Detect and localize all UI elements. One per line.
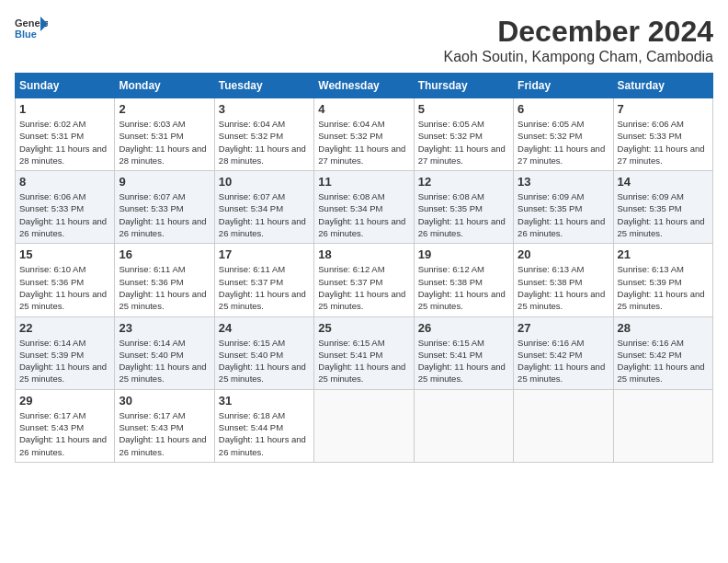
calendar-week-row: 22Sunrise: 6:14 AMSunset: 5:39 PMDayligh… <box>16 316 713 389</box>
weekday-header-wednesday: Wednesday <box>314 74 414 98</box>
day-info: Sunrise: 6:07 AMSunset: 5:33 PMDaylight:… <box>119 190 210 239</box>
calendar-cell <box>314 389 414 462</box>
page-header: General Blue December 2024 Kaoh Soutin, … <box>15 15 713 65</box>
day-info: Sunrise: 6:14 AMSunset: 5:40 PMDaylight:… <box>119 337 210 385</box>
calendar-week-row: 15Sunrise: 6:10 AMSunset: 5:36 PMDayligh… <box>16 244 713 316</box>
day-number: 28 <box>618 321 709 335</box>
day-info: Sunrise: 6:15 AMSunset: 5:41 PMDaylight:… <box>318 337 409 385</box>
day-info: Sunrise: 6:06 AMSunset: 5:33 PMDaylight:… <box>19 190 110 239</box>
calendar-cell: 13Sunrise: 6:09 AMSunset: 5:35 PMDayligh… <box>514 171 613 244</box>
day-info: Sunrise: 6:06 AMSunset: 5:33 PMDaylight:… <box>618 118 709 167</box>
day-info: Sunrise: 6:17 AMSunset: 5:43 PMDaylight:… <box>119 409 210 458</box>
day-number: 2 <box>119 102 210 116</box>
calendar-cell <box>514 389 613 462</box>
calendar-header-row: SundayMondayTuesdayWednesdayThursdayFrid… <box>16 74 713 98</box>
day-info: Sunrise: 6:04 AMSunset: 5:32 PMDaylight:… <box>318 118 409 167</box>
weekday-header-sunday: Sunday <box>16 74 115 98</box>
calendar-cell: 23Sunrise: 6:14 AMSunset: 5:40 PMDayligh… <box>115 316 214 389</box>
weekday-header-monday: Monday <box>115 74 214 98</box>
calendar-cell: 22Sunrise: 6:14 AMSunset: 5:39 PMDayligh… <box>16 316 115 389</box>
day-info: Sunrise: 6:09 AMSunset: 5:35 PMDaylight:… <box>518 190 609 239</box>
day-number: 10 <box>219 175 310 189</box>
calendar-cell: 18Sunrise: 6:12 AMSunset: 5:37 PMDayligh… <box>314 244 414 316</box>
calendar-cell: 3Sunrise: 6:04 AMSunset: 5:32 PMDaylight… <box>214 98 313 171</box>
day-info: Sunrise: 6:18 AMSunset: 5:44 PMDaylight:… <box>219 409 310 458</box>
day-info: Sunrise: 6:08 AMSunset: 5:34 PMDaylight:… <box>318 190 409 239</box>
location-title: Kaoh Soutin, Kampong Cham, Cambodia <box>443 49 713 65</box>
calendar-cell: 27Sunrise: 6:16 AMSunset: 5:42 PMDayligh… <box>514 316 613 389</box>
day-info: Sunrise: 6:12 AMSunset: 5:37 PMDaylight:… <box>318 263 409 312</box>
weekday-header-tuesday: Tuesday <box>214 74 313 98</box>
day-number: 13 <box>518 175 609 189</box>
calendar-cell <box>414 389 513 462</box>
calendar-cell: 24Sunrise: 6:15 AMSunset: 5:40 PMDayligh… <box>214 316 313 389</box>
day-number: 29 <box>19 394 110 408</box>
day-info: Sunrise: 6:15 AMSunset: 5:41 PMDaylight:… <box>418 337 509 385</box>
day-number: 21 <box>618 247 709 261</box>
day-info: Sunrise: 6:04 AMSunset: 5:32 PMDaylight:… <box>219 118 310 167</box>
day-info: Sunrise: 6:13 AMSunset: 5:39 PMDaylight:… <box>618 263 709 312</box>
calendar-cell: 17Sunrise: 6:11 AMSunset: 5:37 PMDayligh… <box>214 244 313 316</box>
calendar-cell: 20Sunrise: 6:13 AMSunset: 5:38 PMDayligh… <box>514 244 613 316</box>
calendar-cell: 9Sunrise: 6:07 AMSunset: 5:33 PMDaylight… <box>115 171 214 244</box>
day-number: 7 <box>618 102 709 116</box>
calendar-cell: 14Sunrise: 6:09 AMSunset: 5:35 PMDayligh… <box>613 171 712 244</box>
weekday-header-thursday: Thursday <box>414 74 513 98</box>
calendar-cell: 4Sunrise: 6:04 AMSunset: 5:32 PMDaylight… <box>314 98 414 171</box>
day-info: Sunrise: 6:08 AMSunset: 5:35 PMDaylight:… <box>418 190 509 239</box>
day-info: Sunrise: 6:12 AMSunset: 5:38 PMDaylight:… <box>418 263 509 312</box>
logo: General Blue <box>15 15 48 40</box>
calendar-cell: 30Sunrise: 6:17 AMSunset: 5:43 PMDayligh… <box>115 389 214 462</box>
day-info: Sunrise: 6:17 AMSunset: 5:43 PMDaylight:… <box>19 409 110 458</box>
day-info: Sunrise: 6:11 AMSunset: 5:36 PMDaylight:… <box>119 263 210 312</box>
calendar-cell <box>613 389 712 462</box>
day-number: 25 <box>318 321 409 335</box>
day-number: 23 <box>119 321 210 335</box>
calendar-cell: 7Sunrise: 6:06 AMSunset: 5:33 PMDaylight… <box>613 98 712 171</box>
day-number: 18 <box>318 247 409 261</box>
logo-icon: General Blue <box>15 15 48 40</box>
day-info: Sunrise: 6:09 AMSunset: 5:35 PMDaylight:… <box>618 190 709 239</box>
day-number: 4 <box>318 102 409 116</box>
day-info: Sunrise: 6:05 AMSunset: 5:32 PMDaylight:… <box>518 118 609 167</box>
calendar-cell: 5Sunrise: 6:05 AMSunset: 5:32 PMDaylight… <box>414 98 513 171</box>
day-number: 15 <box>19 247 110 261</box>
day-number: 26 <box>418 321 509 335</box>
day-number: 11 <box>318 175 409 189</box>
weekday-header-friday: Friday <box>514 74 613 98</box>
calendar-cell: 16Sunrise: 6:11 AMSunset: 5:36 PMDayligh… <box>115 244 214 316</box>
weekday-header-saturday: Saturday <box>613 74 712 98</box>
calendar-cell: 1Sunrise: 6:02 AMSunset: 5:31 PMDaylight… <box>16 98 115 171</box>
calendar-cell: 6Sunrise: 6:05 AMSunset: 5:32 PMDaylight… <box>514 98 613 171</box>
day-number: 3 <box>219 102 310 116</box>
day-number: 17 <box>219 247 310 261</box>
day-info: Sunrise: 6:14 AMSunset: 5:39 PMDaylight:… <box>19 337 110 385</box>
day-number: 22 <box>19 321 110 335</box>
day-number: 31 <box>219 394 310 408</box>
day-number: 1 <box>19 102 110 116</box>
calendar-cell: 15Sunrise: 6:10 AMSunset: 5:36 PMDayligh… <box>16 244 115 316</box>
day-number: 20 <box>518 247 609 261</box>
calendar-week-row: 29Sunrise: 6:17 AMSunset: 5:43 PMDayligh… <box>16 389 713 462</box>
calendar-cell: 28Sunrise: 6:16 AMSunset: 5:42 PMDayligh… <box>613 316 712 389</box>
day-info: Sunrise: 6:03 AMSunset: 5:31 PMDaylight:… <box>119 118 210 167</box>
calendar-cell: 21Sunrise: 6:13 AMSunset: 5:39 PMDayligh… <box>613 244 712 316</box>
day-number: 30 <box>119 394 210 408</box>
title-block: December 2024 Kaoh Soutin, Kampong Cham,… <box>443 15 713 65</box>
day-number: 9 <box>119 175 210 189</box>
svg-text:Blue: Blue <box>15 29 37 40</box>
day-number: 5 <box>418 102 509 116</box>
calendar-cell: 10Sunrise: 6:07 AMSunset: 5:34 PMDayligh… <box>214 171 313 244</box>
calendar-cell: 31Sunrise: 6:18 AMSunset: 5:44 PMDayligh… <box>214 389 313 462</box>
day-number: 14 <box>618 175 709 189</box>
calendar-cell: 29Sunrise: 6:17 AMSunset: 5:43 PMDayligh… <box>16 389 115 462</box>
day-number: 24 <box>219 321 310 335</box>
day-number: 6 <box>518 102 609 116</box>
day-info: Sunrise: 6:15 AMSunset: 5:40 PMDaylight:… <box>219 337 310 385</box>
calendar-cell: 2Sunrise: 6:03 AMSunset: 5:31 PMDaylight… <box>115 98 214 171</box>
day-info: Sunrise: 6:11 AMSunset: 5:37 PMDaylight:… <box>219 263 310 312</box>
day-info: Sunrise: 6:16 AMSunset: 5:42 PMDaylight:… <box>618 337 709 385</box>
calendar-cell: 12Sunrise: 6:08 AMSunset: 5:35 PMDayligh… <box>414 171 513 244</box>
day-number: 19 <box>418 247 509 261</box>
calendar-cell: 8Sunrise: 6:06 AMSunset: 5:33 PMDaylight… <box>16 171 115 244</box>
